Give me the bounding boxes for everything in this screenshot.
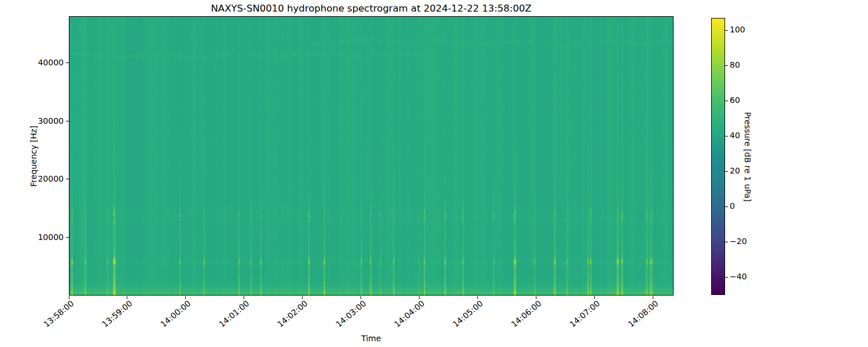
- plot-area: [69, 16, 674, 296]
- y-tick-label: 30000: [19, 117, 64, 125]
- colorbar-tick: [725, 65, 728, 66]
- x-tick-label: 14:00:00: [159, 299, 193, 329]
- x-tick-label: 14:03:00: [334, 299, 368, 329]
- y-tick-label: 10000: [19, 233, 64, 242]
- x-axis-label: Time: [69, 334, 674, 343]
- spectrogram-canvas: [69, 17, 673, 295]
- y-tick: [66, 237, 69, 238]
- colorbar-tick-label: 60: [730, 96, 740, 105]
- y-tick: [66, 179, 69, 179]
- colorbar-tick-label: 40: [730, 131, 740, 140]
- colorbar-tick-label: −20: [730, 237, 747, 246]
- colorbar-tick: [725, 171, 728, 172]
- x-tick-label: 13:59:00: [101, 299, 134, 329]
- y-tick-label: 40000: [19, 58, 64, 67]
- colorbar-tick-label: 20: [730, 167, 740, 175]
- y-tick-label: 20000: [19, 175, 64, 183]
- colorbar-tick-label: 100: [730, 25, 745, 34]
- colorbar-tick: [725, 136, 728, 136]
- colorbar-canvas: [712, 19, 724, 294]
- colorbar-tick: [725, 30, 728, 31]
- colorbar: [711, 18, 725, 295]
- colorbar-tick: [725, 277, 728, 278]
- colorbar-tick-label: 0: [730, 202, 735, 211]
- colorbar-label: Pressure [dB re 1 uPa]: [743, 112, 752, 201]
- colorbar-tick-label: 80: [730, 61, 740, 69]
- colorbar-tick-label: −40: [730, 272, 747, 281]
- y-tick: [66, 62, 69, 63]
- x-tick-label: 14:06:00: [510, 299, 543, 329]
- colorbar-tick: [725, 242, 728, 242]
- x-tick-label: 14:02:00: [276, 299, 310, 329]
- colorbar-tick: [725, 101, 728, 101]
- x-tick-label: 13:58:00: [42, 299, 76, 329]
- x-tick-label: 14:08:00: [626, 299, 660, 329]
- x-tick-label: 14:04:00: [393, 299, 426, 329]
- y-axis-label: Frequency [Hz]: [29, 125, 38, 187]
- x-tick-label: 14:07:00: [568, 299, 602, 329]
- x-tick-label: 14:05:00: [451, 299, 485, 329]
- x-tick-label: 14:01:00: [218, 299, 251, 329]
- plot-title: NAXYS-SN0010 hydrophone spectrogram at 2…: [69, 3, 674, 14]
- y-tick: [66, 121, 69, 121]
- colorbar-tick: [725, 206, 728, 207]
